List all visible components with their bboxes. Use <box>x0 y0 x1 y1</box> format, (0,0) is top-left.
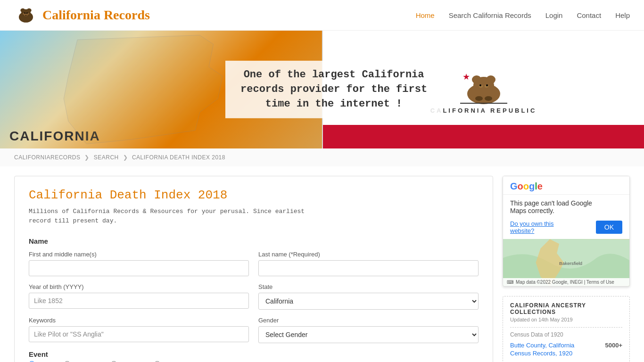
first-name-field: First and middle name(s) <box>29 251 249 276</box>
gender-select[interactable]: Select Gender Male Female <box>258 326 479 343</box>
svg-point-19 <box>486 84 488 86</box>
nav-search[interactable]: Search California Records <box>449 11 531 19</box>
site-logo-title: California Records <box>42 8 150 23</box>
svg-point-14 <box>475 96 483 101</box>
nav-contact[interactable]: Contact <box>577 11 601 19</box>
google-popup-body: This page can't load Google Maps correct… <box>503 195 629 239</box>
sidebar: Google This page can't load Google Maps … <box>503 176 630 362</box>
svg-point-13 <box>486 75 495 84</box>
google-popup: Google This page can't load Google Maps … <box>503 176 630 287</box>
hero-overlay-text: One of the largest California records pr… <box>240 69 427 110</box>
name-row: First and middle name(s) Last name (*Req… <box>29 251 479 276</box>
main-nav: Home Search California Records Login Con… <box>416 11 630 19</box>
first-name-label: First and middle name(s) <box>29 251 249 258</box>
breadcrumb-current: CALIFORNIA DEATH INDEX 2018 <box>132 154 225 161</box>
hero-text-overlay: One of the largest California records pr… <box>225 61 442 118</box>
svg-point-12 <box>472 75 481 84</box>
google-logo: Google <box>510 181 622 192</box>
nav-home[interactable]: Home <box>416 11 435 19</box>
year-field: Year of birth (YYYY) <box>29 283 249 310</box>
keywords-input[interactable] <box>29 326 249 342</box>
google-map-placeholder: Bakersfield ⌨ Map data ©2022 Google, INE… <box>503 239 629 286</box>
keywords-field: Keywords <box>29 317 249 343</box>
ancestry-title: CALIFORNIA ANCESTRY COLLECTIONS <box>510 302 622 315</box>
flag-bear-icon: ★ <box>451 66 517 108</box>
svg-point-18 <box>479 84 481 86</box>
google-popup-text: This page can't load Google Maps correct… <box>510 199 622 214</box>
svg-point-9 <box>25 15 26 16</box>
year-label: Year of birth (YYYY) <box>29 283 249 290</box>
svg-point-8 <box>26 13 28 14</box>
year-input[interactable] <box>29 293 249 309</box>
state-select[interactable]: California Alabama Alaska Arizona <box>258 293 479 310</box>
ancestry-item: Butte County, California Census Records,… <box>510 342 622 358</box>
gender-field: Gender Select Gender Male Female <box>258 317 479 343</box>
breadcrumb-home[interactable]: CALIFORNIARECORDS <box>14 154 81 161</box>
map-attribution: Map data ©2022 Google, INEGI | Terms of … <box>516 280 614 285</box>
state-field: State California Alabama Alaska Arizona <box>258 283 479 310</box>
google-popup-actions: Do you own this website? OK <box>510 220 622 234</box>
google-ok-button[interactable]: OK <box>596 221 622 234</box>
flag-text: CALIFORNIA REPUBLIC <box>430 107 537 114</box>
bear-logo-icon <box>14 3 38 27</box>
svg-text:★: ★ <box>462 72 470 82</box>
svg-point-7 <box>24 13 25 14</box>
header: California Records Home Search Californi… <box>0 0 644 31</box>
nav-login[interactable]: Login <box>545 11 563 19</box>
svg-point-3 <box>27 8 32 12</box>
svg-point-2 <box>20 8 25 12</box>
ancestry-item-count: 5000+ <box>605 342 622 349</box>
gender-label: Gender <box>258 317 479 324</box>
nav-help[interactable]: Help <box>615 11 630 19</box>
last-name-input[interactable] <box>258 260 479 276</box>
year-state-row: Year of birth (YYYY) State California Al… <box>29 283 479 310</box>
ancestry-updated: Updated on 14th May 2019 <box>510 317 622 322</box>
ancestry-item-link[interactable]: Butte County, California Census Records,… <box>510 342 574 358</box>
keywords-label: Keywords <box>29 317 249 324</box>
last-name-field: Last name (*Required) <box>258 251 479 276</box>
form-subtitle: Millions of California Records & Resourc… <box>29 207 479 225</box>
census-section-title: Census Data of 1920 <box>510 331 622 338</box>
breadcrumb: CALIFORNIARECORDS ❯ SEARCH ❯ CALIFORNIA … <box>0 148 644 166</box>
svg-text:Bakersfield: Bakersfield <box>559 261 582 266</box>
google-popup-header: Google <box>503 176 629 195</box>
breadcrumb-search[interactable]: SEARCH <box>94 154 119 161</box>
last-name-label: Last name (*Required) <box>258 251 479 258</box>
logo-area: California Records <box>14 3 150 27</box>
google-own-website-link[interactable]: Do you own this website? <box>510 220 554 234</box>
form-section: California Death Index 2018 Millions of … <box>14 176 493 362</box>
hero-banner: CALIFORNIA ★ CALIFORNIA REPUBLIC <box>0 31 644 148</box>
main-layout: California Death Index 2018 Millions of … <box>0 166 644 362</box>
keyboard-icon: ⌨ <box>507 280 513 285</box>
google-map-bar: ⌨ Map data ©2022 Google, INEGI | Terms o… <box>503 278 629 286</box>
breadcrumb-sep-1: ❯ <box>84 154 90 161</box>
svg-point-15 <box>485 96 492 101</box>
first-name-input[interactable] <box>29 260 249 276</box>
form-title: California Death Index 2018 <box>29 188 479 202</box>
ancestry-section: CALIFORNIA ANCESTRY COLLECTIONS Updated … <box>503 296 630 362</box>
name-section-label: Name <box>29 237 479 245</box>
breadcrumb-sep-2: ❯ <box>123 154 128 161</box>
ancestry-divider-top <box>510 327 622 328</box>
keywords-gender-row: Keywords Gender Select Gender Male Femal… <box>29 317 479 343</box>
event-section-label: Event <box>29 350 479 358</box>
state-label: State <box>258 283 479 290</box>
